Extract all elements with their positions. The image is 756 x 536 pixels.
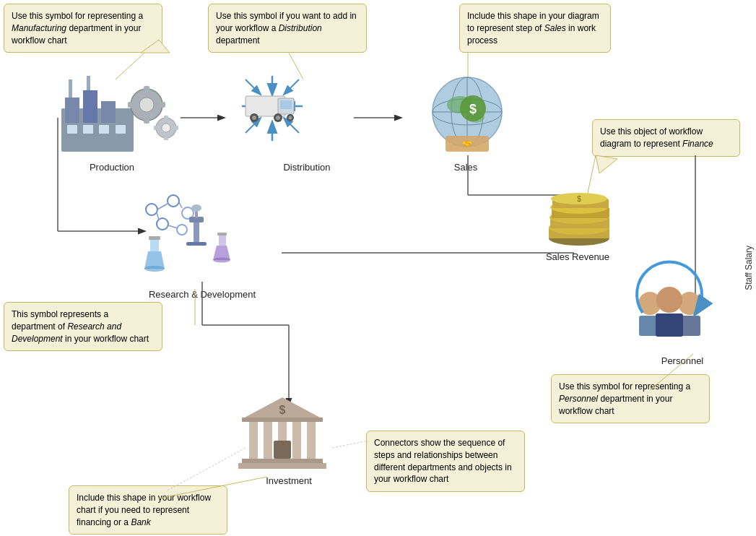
svg-rect-53 bbox=[278, 98, 294, 114]
distribution-icon bbox=[242, 76, 303, 141]
svg-point-56 bbox=[252, 116, 256, 120]
svg-point-117 bbox=[656, 287, 682, 313]
tooltip-personnel: Use this symbol for representing a Perso… bbox=[551, 374, 710, 423]
svg-point-32 bbox=[131, 89, 162, 121]
svg-rect-22 bbox=[61, 108, 134, 152]
tooltip-distribution: Use this symbol if you want to add in yo… bbox=[208, 4, 367, 53]
sales-icon: $ 🤝 bbox=[433, 77, 502, 152]
svg-rect-24 bbox=[83, 90, 97, 123]
svg-point-60 bbox=[289, 116, 292, 120]
svg-rect-96 bbox=[150, 238, 159, 251]
svg-rect-75 bbox=[550, 217, 609, 228]
svg-point-66 bbox=[447, 96, 473, 113]
svg-marker-107 bbox=[242, 397, 323, 419]
svg-point-72 bbox=[549, 231, 609, 246]
svg-line-48 bbox=[246, 79, 260, 94]
svg-rect-110 bbox=[238, 463, 326, 469]
svg-line-90 bbox=[168, 225, 178, 228]
svg-rect-99 bbox=[219, 235, 226, 246]
svg-point-38 bbox=[156, 118, 176, 138]
svg-point-84 bbox=[182, 207, 194, 219]
label-investment: Investment bbox=[242, 475, 336, 486]
label-sales-revenue: Sales Revenue bbox=[527, 251, 628, 262]
svg-rect-103 bbox=[264, 419, 272, 459]
svg-line-88 bbox=[179, 202, 182, 208]
svg-line-87 bbox=[157, 204, 168, 209]
tooltip-research: This symbol represents a department of R… bbox=[4, 302, 162, 351]
svg-point-83 bbox=[168, 195, 179, 207]
label-personnel: Personnel bbox=[643, 355, 722, 366]
svg-point-76 bbox=[549, 211, 609, 224]
svg-rect-73 bbox=[549, 228, 609, 238]
svg-rect-36 bbox=[128, 102, 135, 108]
tooltip-sales: Include this shape in your diagram to re… bbox=[459, 4, 611, 53]
svg-point-59 bbox=[287, 114, 294, 121]
svg-rect-95 bbox=[186, 242, 207, 246]
svg-point-62 bbox=[451, 77, 483, 147]
svg-rect-108 bbox=[242, 418, 323, 422]
svg-point-68 bbox=[460, 95, 486, 121]
svg-rect-98 bbox=[149, 236, 160, 240]
svg-rect-26 bbox=[69, 79, 72, 98]
svg-rect-34 bbox=[144, 86, 149, 93]
investment-icon: $ bbox=[238, 397, 326, 469]
svg-rect-23 bbox=[65, 98, 79, 123]
svg-rect-114 bbox=[639, 316, 661, 336]
svg-rect-70 bbox=[446, 136, 489, 152]
tooltip-finance: Use this object of workflow diagram to r… bbox=[592, 119, 740, 157]
svg-point-61 bbox=[433, 77, 502, 147]
svg-rect-102 bbox=[249, 419, 258, 459]
svg-rect-91 bbox=[194, 220, 199, 242]
svg-text:🤝: 🤝 bbox=[462, 139, 472, 149]
svg-line-14 bbox=[332, 441, 368, 448]
svg-rect-40 bbox=[164, 116, 168, 121]
svg-point-57 bbox=[274, 113, 282, 122]
svg-point-74 bbox=[549, 220, 609, 235]
svg-rect-79 bbox=[552, 199, 609, 208]
tooltip-manufacturing: Use this symbol for representing a Manuf… bbox=[4, 4, 162, 53]
svg-rect-30 bbox=[99, 125, 109, 134]
svg-point-100 bbox=[213, 258, 230, 263]
svg-point-33 bbox=[139, 98, 154, 112]
svg-rect-41 bbox=[164, 135, 168, 140]
svg-rect-112 bbox=[274, 441, 291, 459]
svg-point-80 bbox=[551, 193, 607, 204]
svg-point-113 bbox=[638, 292, 661, 315]
svg-marker-120 bbox=[596, 155, 617, 173]
svg-rect-43 bbox=[173, 126, 178, 130]
svg-rect-101 bbox=[217, 233, 227, 235]
svg-line-51 bbox=[284, 118, 299, 133]
svg-rect-54 bbox=[280, 100, 292, 109]
svg-line-49 bbox=[284, 79, 299, 94]
svg-rect-28 bbox=[67, 125, 77, 134]
svg-rect-31 bbox=[116, 125, 126, 134]
svg-line-13 bbox=[166, 448, 246, 491]
svg-point-94 bbox=[191, 204, 201, 212]
svg-rect-93 bbox=[195, 209, 198, 218]
svg-point-82 bbox=[146, 204, 157, 215]
research-icon bbox=[144, 195, 230, 272]
svg-line-18 bbox=[583, 155, 596, 213]
svg-rect-106 bbox=[307, 419, 316, 459]
svg-rect-109 bbox=[242, 459, 323, 464]
svg-rect-52 bbox=[246, 96, 285, 116]
svg-rect-92 bbox=[189, 217, 204, 222]
svg-line-89 bbox=[157, 212, 159, 220]
svg-point-55 bbox=[250, 113, 258, 122]
svg-point-67 bbox=[467, 111, 485, 123]
personnel-icon bbox=[637, 261, 702, 337]
svg-line-50 bbox=[246, 118, 260, 133]
svg-rect-104 bbox=[278, 419, 287, 459]
label-research: Research & Development bbox=[123, 289, 282, 300]
svg-point-63 bbox=[433, 99, 502, 125]
label-production: Production bbox=[65, 162, 159, 173]
svg-rect-25 bbox=[101, 101, 116, 123]
svg-rect-27 bbox=[87, 76, 90, 90]
svg-rect-105 bbox=[292, 419, 301, 459]
label-sales: Sales bbox=[426, 162, 505, 173]
production-icon bbox=[61, 76, 178, 152]
label-distribution: Distribution bbox=[260, 162, 354, 173]
svg-line-16 bbox=[289, 53, 303, 79]
svg-rect-116 bbox=[679, 316, 700, 336]
svg-rect-77 bbox=[552, 207, 609, 218]
